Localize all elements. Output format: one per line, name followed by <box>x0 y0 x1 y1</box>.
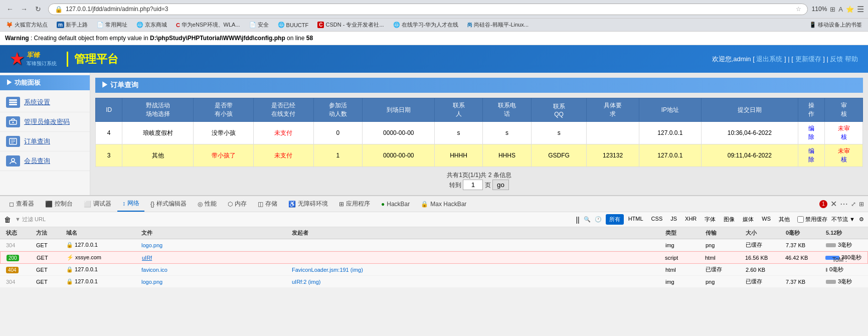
type-2: script <box>663 254 703 262</box>
bookmark-buuctf[interactable]: 🌐 BUUCTF <box>276 21 311 29</box>
warning-line-text: on line <box>287 35 306 42</box>
bookmark-firefox[interactable]: 🦊 火狐官方站点 <box>4 20 50 30</box>
tab-network[interactable]: ↕ 网络 <box>117 196 144 212</box>
zoom-level: 110% <box>812 6 827 13</box>
tab-debugger[interactable]: ⬜ 调试器 <box>79 197 116 211</box>
tab-hackbar[interactable]: ● HackBar <box>376 198 415 211</box>
bookmark-label: 移动设备上的书签 <box>818 21 862 29</box>
sidebar-item-settings[interactable]: 系统设置 <box>0 93 90 112</box>
search-icon[interactable]: 🔍 <box>584 216 591 223</box>
status-404: 404 <box>4 266 34 274</box>
filter-media[interactable]: 媒体 <box>739 214 757 225</box>
cell-paid: 未支付 <box>253 144 313 167</box>
file-4[interactable]: logo.png <box>139 278 290 286</box>
bookmark-mobile[interactable]: 📱 移动设备上的书签 <box>807 20 864 30</box>
dt-close-btn[interactable]: ✕ <box>830 199 837 209</box>
timing-bar-4 <box>826 280 836 284</box>
filter-font[interactable]: 字体 <box>701 214 719 225</box>
delete-link2[interactable]: 除 <box>808 156 814 163</box>
page-input[interactable] <box>463 180 483 190</box>
tab-inspector[interactable]: ◻ 查看器 <box>4 197 39 211</box>
tab-app[interactable]: ⊞ 应用程序 <box>334 197 375 211</box>
tab-storage[interactable]: ◫ 存储 <box>253 197 282 211</box>
col-submit: 提交日期 <box>701 98 798 122</box>
delete-link[interactable]: 除 <box>808 133 814 140</box>
tab-memory[interactable]: ⬡ 内存 <box>223 197 252 211</box>
filter-ws[interactable]: WS <box>758 214 774 225</box>
logo-star-icon: ★ <box>10 50 24 68</box>
logout-link[interactable]: 退出系统 <box>756 55 782 63</box>
sidebar-item-members[interactable]: 会员查询 <box>0 151 90 171</box>
bookmark-security[interactable]: 📄 安全 <box>247 20 271 30</box>
status-304-4: 304 <box>4 278 34 286</box>
update-cache-link[interactable]: 更新缓存 <box>795 55 821 63</box>
initiator-3[interactable]: FaviconLoader.jsm:191 (img) <box>290 266 663 274</box>
go-button[interactable]: go <box>492 180 509 190</box>
bookmark-huawei-learn[interactable]: 🌐 在线学习-华为人才在线 <box>391 20 461 30</box>
network-row-4: 304 GET 🔒 127.0.0.1 logo.png uIRf:2 (img… <box>0 276 868 288</box>
timing-4: 3毫秒 <box>824 277 864 286</box>
bookmark-common[interactable]: 📄 常用网址 <box>95 20 129 30</box>
filter-other[interactable]: 其他 <box>775 214 793 225</box>
filter-css[interactable]: CSS <box>648 214 666 225</box>
bookmark-huawei[interactable]: C 华为eNSP环境、WLA... <box>174 20 242 30</box>
cell-contact: s <box>435 122 482 144</box>
bookmark-csdn[interactable]: C CSDN - 专业开发者社... <box>315 20 386 30</box>
tab-style-editor[interactable]: {} 样式编辑器 <box>145 197 192 211</box>
disable-cache-checkbox[interactable] <box>797 216 804 223</box>
tab-maxhackbar[interactable]: 🔒 Max HackBar <box>416 198 471 211</box>
file-2[interactable]: uIRf <box>140 254 290 262</box>
edit-link[interactable]: 编 <box>808 125 814 132</box>
initiator-4[interactable]: uIRf:2 (img) <box>290 278 663 286</box>
bookmark-jd[interactable]: 🌐 京东商城 <box>134 20 169 30</box>
col-contact: 联系人 <box>435 98 482 122</box>
refresh-button[interactable]: ↻ <box>32 3 44 15</box>
sidebar-title: ▶ 功能面板 <box>0 75 90 90</box>
filter-xhr[interactable]: XHR <box>681 214 700 225</box>
settings-gear-icon[interactable]: ⚙ <box>859 216 864 223</box>
tab-accessibility[interactable]: ♿ 无障碍环境 <box>283 197 333 211</box>
filter-js[interactable]: JS <box>667 214 680 225</box>
type-3: html <box>663 266 704 274</box>
tom-text: ToM : <box>832 256 847 263</box>
filter-image[interactable]: 图像 <box>720 214 738 225</box>
bookmark-newuser[interactable]: m 新手上路 <box>55 20 90 30</box>
file-3[interactable]: favicon.ico <box>139 266 290 274</box>
back-button[interactable]: ← <box>4 3 16 15</box>
review-action[interactable]: 核 <box>841 133 847 140</box>
common-icon: 📄 <box>97 22 104 28</box>
sidebar-title-text: 功能面板 <box>15 79 41 86</box>
warning-bold: Warning <box>5 35 29 42</box>
disable-cache-label: 禁用缓存 <box>797 216 827 223</box>
dt-dock-btn[interactable]: ⊞ <box>859 201 864 208</box>
dt-more-btn[interactable]: ⋯ <box>840 199 848 209</box>
forward-button[interactable]: → <box>18 3 30 15</box>
filter-all[interactable]: 所有 <box>606 214 624 225</box>
tab-debugger-label: 调试器 <box>93 200 111 208</box>
col-people: 参加活动人数 <box>313 98 363 122</box>
feedback-link[interactable]: 反馈 <box>830 55 843 63</box>
bookmark-silicon[interactable]: 尚 尚硅谷-韩顺平-Linux... <box>465 20 531 30</box>
sidebar-item-password[interactable]: 管理员修改密码 <box>0 112 90 132</box>
tab-hackbar-label: HackBar <box>387 201 410 208</box>
filter-html[interactable]: HTML <box>625 214 647 225</box>
tab-console[interactable]: ⬛ 控制台 <box>40 197 78 211</box>
throttle-select[interactable]: 不节流 ▼ <box>831 216 855 223</box>
file-1[interactable]: logo.png <box>139 241 290 249</box>
dt-resize-btn[interactable]: ⤢ <box>851 201 856 208</box>
clear-btn[interactable]: 🗑 <box>4 216 11 224</box>
logo-area: ★ 军锋 军锋预订系统 管理平台 <box>10 50 118 68</box>
col-header-domain: 域名 <box>64 228 139 238</box>
tab-performance[interactable]: ◎ 性能 <box>193 197 222 211</box>
edit-link2[interactable]: 编 <box>808 147 814 154</box>
grid-icon: ⊞ <box>830 6 835 13</box>
transfer-3: 已缓存 <box>704 265 744 274</box>
sidebar-item-orders[interactable]: 订单查询 <box>0 132 90 151</box>
address-bar[interactable]: 🔒 127.0.0.1/jfdd/admin/admin.php?uid=3 ☆ <box>48 4 808 15</box>
inspector-icon: ◻ <box>9 201 14 208</box>
help-link[interactable]: 帮助 <box>845 55 858 63</box>
bookmark-label: 京东商城 <box>145 21 167 29</box>
menu-icon[interactable]: ☰ <box>857 5 864 14</box>
review-action2[interactable]: 核 <box>841 156 847 163</box>
network-row-2[interactable]: 200 GET ⚡ xssye.com uIRf script html 16.… <box>0 251 868 264</box>
